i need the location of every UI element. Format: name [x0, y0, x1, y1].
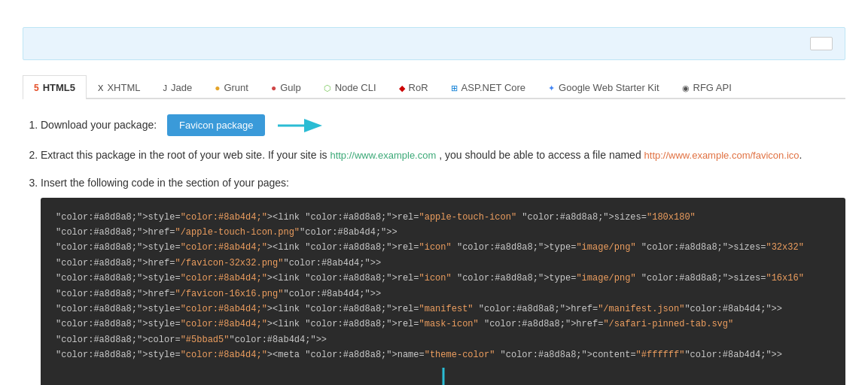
- steps-list: Download your package: Favicon package E…: [23, 114, 845, 385]
- step1-label: Download your package:: [41, 117, 157, 133]
- step2-url1: http://www.example.com: [330, 150, 436, 161]
- step2-label3: .: [799, 149, 803, 161]
- favicon-package-button[interactable]: Favicon package: [167, 114, 265, 136]
- tab-icon-gulp: ●: [271, 83, 276, 93]
- tab-jade[interactable]: JJade: [151, 75, 203, 99]
- tab-icon-xhtml: X: [98, 83, 103, 93]
- tab-icon-grunt: ●: [215, 83, 220, 93]
- step3-label: Insert the following code in the: [41, 177, 186, 189]
- code-line: "color:#a8d8a8;">style="color:#8ab4d4;">…: [56, 347, 830, 362]
- tab-label-jade: Jade: [171, 82, 192, 93]
- tab-label-grunt: Grunt: [224, 82, 248, 93]
- step-1: Download your package: Favicon package: [41, 114, 845, 136]
- code-line: "color:#a8d8a8;">style="color:#8ab4d4;">…: [56, 302, 830, 317]
- step2-url2: http://www.example.com/favicon.ico: [644, 150, 799, 161]
- tab-label-gwsk: Google Web Starter Kit: [559, 82, 659, 93]
- step2-label2: , you should be able to access a file na…: [436, 149, 644, 161]
- code-line: "color:#a8d8a8;">style="color:#8ab4d4;">…: [56, 317, 830, 347]
- tab-node[interactable]: ⬡Node CLI: [312, 75, 388, 99]
- tab-label-ror: RoR: [409, 82, 428, 93]
- tab-gwsk[interactable]: ✦Google Web Starter Kit: [537, 75, 670, 99]
- code-line: "color:#a8d8a8;">style="color:#8ab4d4;">…: [56, 210, 830, 241]
- tab-label-rfg: RFG API: [693, 82, 732, 93]
- tab-icon-rfg: ◉: [682, 83, 690, 93]
- tabs-bar: 5HTML5XXHTMLJJade●Grunt●Gulp⬡Node CLI◆Ro…: [23, 75, 845, 99]
- code-line: "color:#a8d8a8;">style="color:#8ab4d4;">…: [56, 240, 830, 271]
- arrow-right-icon: [274, 117, 327, 134]
- tab-icon-aspnet: ⊞: [451, 83, 458, 93]
- tab-icon-gwsk: ✦: [548, 83, 555, 93]
- tab-html5[interactable]: 5HTML5: [23, 75, 87, 99]
- tab-ror[interactable]: ◆RoR: [388, 75, 440, 99]
- arrow-down-icon: [435, 366, 452, 386]
- step3-label2: section of your pages:: [186, 177, 289, 189]
- step-3: Insert the following code in the section…: [41, 174, 845, 385]
- tab-label-gulp: Gulp: [280, 82, 300, 93]
- info-banner: [23, 27, 845, 60]
- tab-gulp[interactable]: ●Gulp: [260, 75, 312, 99]
- old-package-button[interactable]: [810, 37, 833, 50]
- code-block: "color:#a8d8a8;">style="color:#8ab4d4;">…: [41, 198, 845, 385]
- tab-label-xhtml: XHTML: [107, 82, 140, 93]
- code-line: "color:#a8d8a8;">style="color:#8ab4d4;">…: [56, 271, 830, 302]
- tab-grunt[interactable]: ●Grunt: [203, 75, 260, 99]
- step2-label: Extract this package in the root of your…: [41, 149, 330, 161]
- tab-label-html5: HTML5: [43, 82, 75, 93]
- tab-label-aspnet: ASP.NET Core: [461, 82, 526, 93]
- tab-aspnet[interactable]: ⊞ASP.NET Core: [440, 75, 538, 99]
- tab-rfg[interactable]: ◉RFG API: [671, 75, 743, 99]
- step-2: Extract this package in the root of your…: [41, 147, 845, 164]
- tab-icon-node: ⬡: [324, 83, 331, 93]
- tab-icon-ror: ◆: [399, 83, 405, 93]
- tab-label-node: Node CLI: [335, 82, 376, 93]
- tab-xhtml[interactable]: XXHTML: [87, 75, 151, 99]
- tab-icon-jade: J: [163, 83, 167, 93]
- tab-icon-html5: 5: [34, 83, 39, 93]
- step3-header: Insert the following code in the section…: [41, 174, 845, 192]
